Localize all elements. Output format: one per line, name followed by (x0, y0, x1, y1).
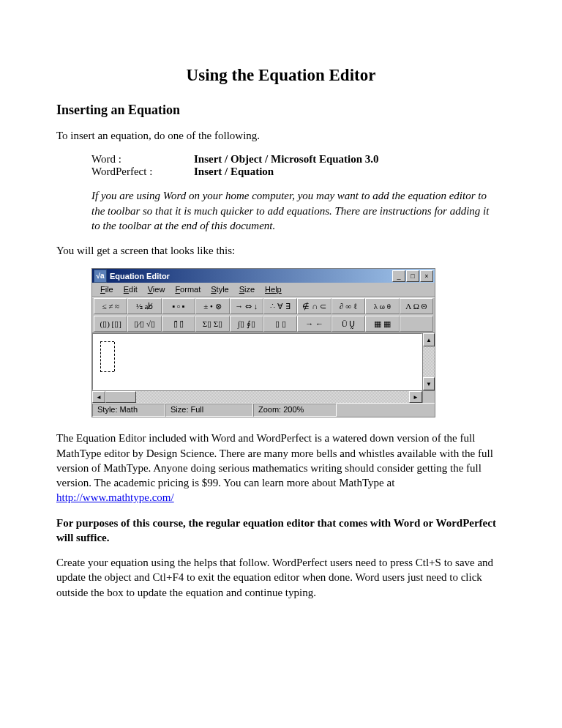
template-fences[interactable]: (▯) [▯] (94, 316, 127, 332)
template-matrices[interactable]: ▦ ▦ (365, 316, 399, 332)
menu-format[interactable]: Format (170, 284, 206, 294)
toolbar-row-2: (▯) [▯] ▯⁄▯ √▯ ▯̄ ▯̈ Σ▯ Σ▯ ∫▯ ∮▯ ▯ ▯ → ←… (92, 315, 435, 333)
template-sums[interactable]: Σ▯ Σ▯ (195, 316, 229, 332)
scroll-thumb[interactable] (105, 391, 136, 403)
toolbar-row-1: ≤ ≠ ≈ ¹⁄₂ ab̸ ▪ ▫ ▪ ± • ⊗ → ⇔ ↓ ∴ ∀ ∃ ∉ … (92, 297, 435, 315)
palette-logic[interactable]: ∴ ∀ ∃ (263, 298, 297, 314)
template-empty[interactable] (400, 316, 433, 332)
palette-set[interactable]: ∉ ∩ ⊂ (297, 298, 331, 314)
screenshot-intro: You will get a screen that looks like th… (56, 243, 506, 258)
scroll-up-icon[interactable]: ▲ (423, 333, 435, 346)
statusbar: Style: Math Size: Full Zoom: 200% (92, 403, 435, 417)
intro-text: To insert an equation, do one of the fol… (56, 128, 506, 143)
create-paragraph: Create your equation using the helps tha… (56, 555, 506, 600)
palette-arrows[interactable]: → ⇔ ↓ (230, 298, 263, 314)
window-title: Equation Editor (110, 272, 392, 281)
menu-edit[interactable]: Edit (119, 284, 143, 294)
status-size: Size: Full (165, 404, 253, 417)
menubar: File Edit View Format Style Size Help (92, 283, 435, 297)
palette-greek-lower[interactable]: λ ω θ (365, 298, 399, 314)
template-arrows[interactable]: → ← (297, 316, 331, 332)
insertion-slot (100, 341, 114, 372)
wordperfect-label: WordPerfect : (91, 166, 194, 178)
close-button[interactable]: × (420, 270, 433, 282)
word-path: Insert / Object / Microsoft Equation 3.0 (194, 153, 379, 166)
template-scripts[interactable]: ▯̄ ▯̈ (162, 316, 195, 332)
template-fractions[interactable]: ▯⁄▯ √▯ (127, 316, 161, 332)
menu-size[interactable]: Size (234, 284, 260, 294)
document-page: Using the Equation Editor Inserting an E… (0, 0, 562, 654)
scroll-track[interactable] (423, 346, 435, 377)
equation-canvas[interactable] (92, 333, 422, 390)
status-style: Style: Math (92, 404, 165, 417)
page-title: Using the Equation Editor (56, 66, 506, 85)
status-zoom: Zoom: 200% (253, 404, 337, 417)
toolbar: ≤ ≠ ≈ ¹⁄₂ ab̸ ▪ ▫ ▪ ± • ⊗ → ⇔ ↓ ∴ ∀ ∃ ∉ … (92, 297, 435, 333)
word-label: Word : (91, 153, 194, 166)
vertical-scrollbar[interactable]: ▲ ▼ (422, 333, 435, 390)
resize-grip[interactable] (422, 390, 435, 403)
template-integrals[interactable]: ∫▯ ∮▯ (230, 316, 263, 332)
edit-area: ▲ ▼ (92, 333, 435, 390)
suffice-paragraph: For purposes of this course, the regular… (56, 516, 506, 546)
palette-operators[interactable]: ± • ⊗ (195, 298, 229, 314)
toolbar-note: If you are using Word on your home compu… (91, 188, 491, 233)
scroll-track-h[interactable] (136, 391, 409, 403)
app-icon: √a (94, 270, 107, 283)
app-instructions: Word : Insert / Object / Microsoft Equat… (91, 153, 491, 178)
minimize-button[interactable]: _ (392, 270, 405, 282)
menu-help[interactable]: Help (260, 284, 287, 294)
mathtype-link[interactable]: http://www.mathtype.com/ (56, 491, 174, 503)
palette-spaces[interactable]: ¹⁄₂ ab̸ (127, 298, 161, 314)
horizontal-scrollbar[interactable]: ◄ ► (92, 390, 422, 403)
scroll-right-icon[interactable]: ► (409, 391, 422, 403)
palette-greek-upper[interactable]: Λ Ω Θ (400, 298, 433, 314)
mathtype-text: The Equation Editor included with Word a… (56, 432, 493, 489)
palette-misc[interactable]: ∂ ∞ ℓ (331, 298, 365, 314)
menu-view[interactable]: View (143, 284, 171, 294)
status-blank (337, 404, 435, 417)
menu-file[interactable]: File (95, 284, 119, 294)
scroll-down-icon[interactable]: ▼ (423, 377, 435, 390)
menu-style[interactable]: Style (206, 284, 233, 294)
wordperfect-path: Insert / Equation (194, 166, 274, 178)
mathtype-paragraph: The Equation Editor included with Word a… (56, 431, 506, 505)
template-products[interactable]: Ū Ṵ (331, 316, 365, 332)
palette-embellish[interactable]: ▪ ▫ ▪ (162, 298, 195, 314)
scroll-left-icon[interactable]: ◄ (92, 391, 105, 403)
titlebar: √a Equation Editor _ □ × (92, 269, 435, 283)
section-heading: Inserting an Equation (56, 103, 506, 118)
maximize-button[interactable]: □ (406, 270, 419, 282)
template-bars[interactable]: ▯ ▯ (263, 316, 297, 332)
equation-editor-window: √a Equation Editor _ □ × File Edit View … (91, 268, 435, 417)
palette-relations[interactable]: ≤ ≠ ≈ (94, 298, 127, 314)
